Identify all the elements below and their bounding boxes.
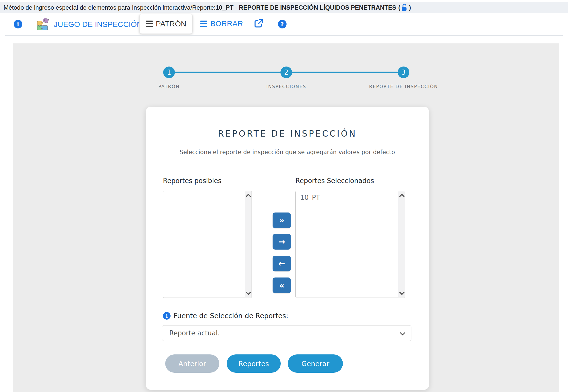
list-item[interactable]: 10_PT: [296, 191, 405, 201]
borrar-button[interactable]: BORRAR: [200, 19, 243, 28]
move-right-button[interactable]: →: [273, 234, 291, 250]
scroll-down-icon[interactable]: [399, 290, 405, 295]
step-3-label: REPORTE DE INSPECCIÓN: [353, 84, 454, 89]
scrollbar[interactable]: [398, 191, 405, 297]
patron-button[interactable]: PATRÓN: [139, 14, 193, 34]
toolbar: i: [0, 13, 568, 35]
source-label: Fuente de Selección de Reportes:: [174, 312, 288, 320]
scroll-down-icon[interactable]: [246, 290, 251, 295]
generar-button[interactable]: Generar: [288, 354, 343, 373]
borrar-label: BORRAR: [210, 19, 243, 28]
select-value: Reporte actual.: [169, 329, 220, 337]
paren-open: (: [398, 4, 400, 11]
selected-listbox[interactable]: 10_PT: [295, 191, 405, 298]
question-icon: ?: [278, 20, 287, 28]
title-bar: Método de ingreso especial de elementos …: [0, 2, 568, 13]
hamburger-icon: [146, 21, 153, 27]
info-icon: i: [14, 20, 22, 28]
info-icon[interactable]: i: [163, 312, 171, 320]
move-all-left-button[interactable]: «: [273, 277, 291, 293]
chevron-down-icon: [400, 330, 406, 336]
card-subtitle: Seleccione el reporte de inspección que …: [169, 148, 405, 156]
unlock-icon[interactable]: [401, 4, 408, 12]
step-3-number: 3: [402, 69, 406, 76]
step-1-number: 1: [167, 69, 171, 76]
juego-de-inspeccion-button[interactable]: JUEGO DE INSPECCIÓN: [36, 17, 142, 31]
title-prefix: Método de ingreso especial de elementos …: [4, 4, 215, 11]
info-button[interactable]: i: [14, 20, 22, 28]
patron-label: PATRÓN: [156, 20, 187, 28]
paren-close: ): [409, 4, 411, 11]
move-all-right-button[interactable]: »: [273, 213, 291, 228]
move-left-button[interactable]: ←: [273, 256, 291, 271]
anterior-button[interactable]: Anterior: [165, 354, 219, 373]
selected-list-label: Reportes Seleccionados: [295, 177, 374, 185]
scroll-up-icon[interactable]: [246, 194, 251, 199]
scrollbar[interactable]: [245, 191, 251, 297]
scroll-up-icon[interactable]: [399, 194, 405, 199]
source-row: i Fuente de Selección de Reportes:: [163, 312, 288, 320]
help-button[interactable]: ?: [278, 20, 287, 28]
puzzle-icon: [36, 17, 50, 31]
available-list-label: Reportes posibles: [163, 177, 221, 185]
step-3-circle[interactable]: 3: [398, 67, 409, 78]
open-external-button[interactable]: [254, 18, 264, 29]
report-name: 10_PT - REPORTE DE INSPECCIÓN LÍQUIDOS P…: [215, 4, 396, 11]
external-link-icon: [254, 18, 264, 29]
step-2-label: INSPECCIONES: [236, 84, 337, 89]
app-root: Método de ingreso especial de elementos …: [0, 0, 568, 392]
card-title: REPORTE DE INSPECCIÓN: [146, 129, 429, 139]
step-1-label: PATRÓN: [118, 84, 220, 89]
report-card: REPORTE DE INSPECCIÓN Seleccione el repo…: [146, 107, 429, 390]
toolbar-divider: [5, 35, 563, 36]
available-listbox[interactable]: [163, 191, 252, 298]
juego-de-inspeccion-label: JUEGO DE INSPECCIÓN: [54, 20, 142, 29]
report-source-select[interactable]: Reporte actual.: [162, 325, 411, 341]
step-1-circle[interactable]: 1: [163, 67, 175, 78]
step-2-number: 2: [284, 69, 289, 76]
reportes-button[interactable]: Reportes: [227, 354, 281, 373]
hamburger-icon: [200, 21, 207, 27]
step-2-circle[interactable]: 2: [280, 67, 292, 78]
